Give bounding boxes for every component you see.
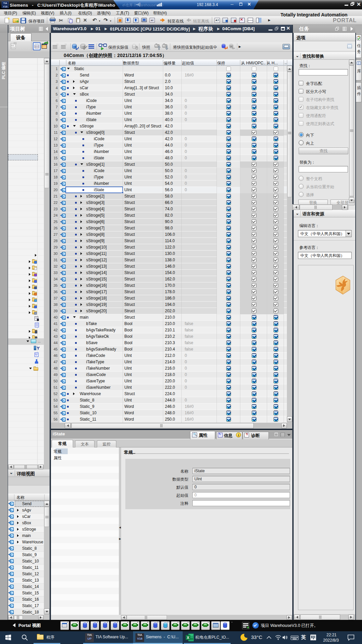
svg-text:X: X	[187, 636, 189, 640]
